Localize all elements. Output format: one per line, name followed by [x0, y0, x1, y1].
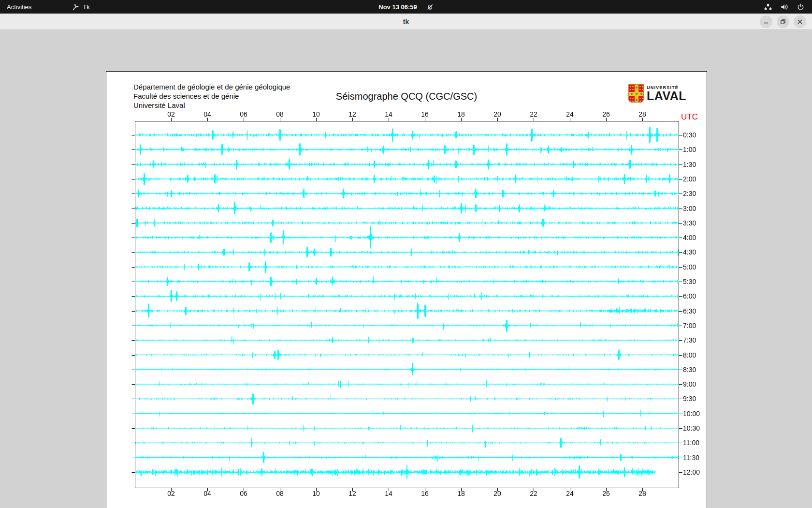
x-tick-label-bottom: 28	[636, 490, 649, 497]
trace-time-label: 4:30	[683, 248, 696, 256]
helicorder-plot	[126, 113, 687, 495]
x-tick-label-top: 28	[636, 110, 649, 118]
x-tick-label-top: 08	[273, 110, 287, 118]
x-tick-label-top: 12	[346, 110, 359, 118]
close-button[interactable]	[794, 15, 806, 28]
trace-time-label: 5:00	[683, 263, 696, 271]
x-tick-label-bottom: 12	[346, 490, 359, 497]
x-tick-label-bottom: 10	[309, 490, 323, 497]
clock-label: Nov 13 06:59	[378, 3, 417, 11]
x-tick-label-top: 18	[454, 110, 468, 118]
x-tick-label-bottom: 22	[527, 490, 540, 497]
app-menu-tk[interactable]: Tk	[65, 0, 96, 14]
window-title: tk	[0, 14, 812, 30]
trace-time-label: 7:00	[683, 322, 696, 329]
tk-app-icon	[72, 3, 79, 11]
activities-label: Activities	[7, 3, 31, 11]
x-tick-label-bottom: 18	[454, 490, 468, 497]
x-tick-label-top: 10	[309, 110, 323, 118]
trace-time-label: 5:30	[683, 278, 696, 285]
x-tick-label-bottom: 20	[491, 490, 504, 497]
trace-time-label: 7:30	[683, 336, 696, 344]
trace-time-label: 8:00	[683, 351, 696, 359]
minimize-button[interactable]	[760, 15, 772, 28]
trace-time-label: 3:30	[683, 219, 696, 227]
laval-shield-icon	[628, 84, 644, 103]
volume-icon[interactable]	[781, 3, 788, 11]
network-icon[interactable]	[764, 3, 772, 11]
x-tick-label-top: 24	[563, 110, 577, 118]
trace-time-label: 9:00	[683, 380, 696, 388]
x-tick-label-bottom: 04	[201, 490, 214, 497]
trace-time-label: 3:00	[683, 205, 696, 212]
seismograph-document: Département de géologie et de génie géol…	[106, 71, 707, 508]
notifications-disabled-icon	[426, 3, 434, 11]
trace-time-label: 4:00	[683, 234, 696, 241]
x-tick-label-top: 20	[491, 110, 504, 118]
x-tick-label-bottom: 26	[599, 490, 613, 497]
trace-time-label: 12:00	[683, 468, 700, 476]
x-tick-label-top: 02	[164, 110, 178, 118]
trace-time-label: 2:30	[683, 190, 696, 197]
power-icon[interactable]	[797, 3, 804, 11]
universite-laval-logo: UNIVERSITÉ LAVAL	[628, 84, 686, 103]
trace-time-label: 11:00	[683, 439, 699, 447]
clock-button[interactable]: Nov 13 06:59	[376, 0, 436, 14]
header-line-1: Département de géologie et de génie géol…	[133, 82, 290, 91]
x-tick-label-bottom: 24	[563, 490, 577, 497]
x-tick-label-bottom: 02	[164, 490, 178, 497]
logo-text-laval: LAVAL	[647, 90, 686, 102]
x-axis-title: Minutes écoulées	[106, 506, 707, 508]
tk-workspace: Département de géologie et de génie géol…	[0, 30, 812, 508]
x-tick-label-bottom: 14	[382, 490, 395, 497]
window-titlebar[interactable]: tk	[0, 14, 812, 30]
x-tick-label-bottom: 06	[237, 490, 250, 497]
app-menu-label: Tk	[83, 3, 89, 11]
x-tick-label-bottom: 16	[418, 490, 432, 497]
top-bar: Activities Tk Nov 13 06:59	[0, 0, 812, 14]
trace-time-label: 1:30	[683, 161, 696, 168]
activities-button[interactable]: Activities	[0, 0, 38, 14]
trace-time-label: 11:30	[683, 454, 699, 462]
x-tick-label-top: 14	[382, 110, 395, 118]
trace-time-label: 6:30	[683, 307, 696, 315]
trace-time-label: 8:30	[683, 366, 696, 374]
trace-time-label: 6:00	[683, 292, 696, 300]
x-tick-label-top: 16	[418, 110, 432, 118]
page-title: Séismographe QCQ (CGC/GSC)	[106, 91, 707, 102]
trace-time-label: 9:30	[683, 395, 696, 403]
maximize-button[interactable]	[777, 15, 789, 28]
x-tick-label-top: 04	[201, 110, 214, 118]
trace-time-label: 2:00	[683, 175, 696, 183]
trace-time-label: 10:30	[683, 424, 700, 432]
x-tick-label-bottom: 08	[273, 490, 287, 497]
x-tick-label-top: 26	[599, 110, 613, 118]
x-tick-label-top: 06	[237, 110, 250, 118]
trace-time-label: 10:00	[683, 410, 700, 418]
x-tick-label-top: 22	[527, 110, 540, 118]
trace-time-label: 0:30	[683, 131, 696, 139]
trace-time-label: 1:00	[683, 146, 696, 153]
